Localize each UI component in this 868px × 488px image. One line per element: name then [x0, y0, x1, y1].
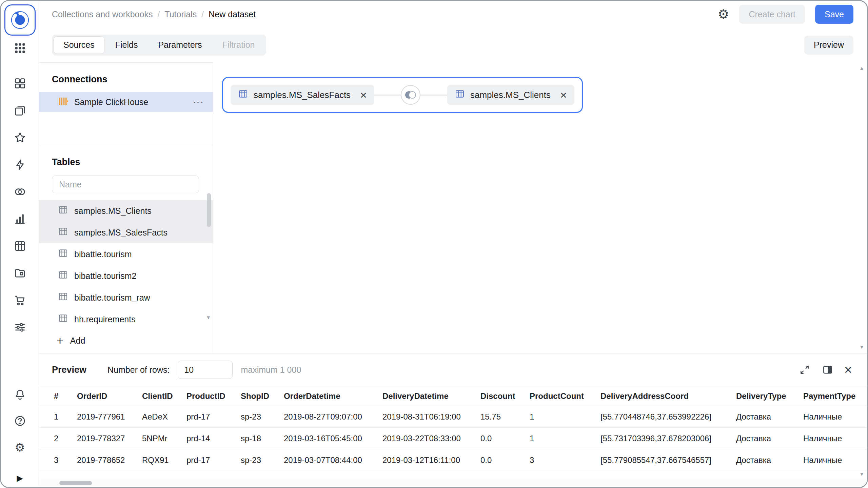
datalens-logo[interactable]	[4, 4, 36, 36]
content: Connections Sampl	[39, 62, 867, 353]
cart-icon[interactable]	[14, 294, 26, 307]
table-icon	[58, 270, 68, 282]
connections-title: Connections	[39, 63, 213, 92]
table-list-item[interactable]: samples.MS_Clients	[39, 200, 213, 222]
close-icon[interactable]: ×	[360, 90, 367, 100]
preview-toggle-button[interactable]: Preview	[804, 36, 853, 55]
table-list-item[interactable]: samples.MS_SalesFacts	[39, 222, 213, 243]
source-chip-right[interactable]: samples.MS_Clients ×	[447, 85, 574, 105]
preview-cell: 3	[530, 449, 600, 471]
star-icon[interactable]	[14, 131, 26, 144]
preview-cell: prd-17	[186, 449, 241, 471]
main-area: Collections and workbooks/Tutorials/New …	[39, 1, 867, 487]
dashboards-grid-icon[interactable]	[14, 77, 26, 90]
table-icon	[455, 89, 465, 101]
preview-cell: 3	[39, 449, 77, 471]
rows-label: Number of rows:	[107, 365, 170, 375]
source-chip-label: samples.MS_SalesFacts	[254, 90, 351, 100]
breadcrumb-separator: /	[157, 9, 160, 19]
table-list-item[interactable]: hh.requirements	[39, 308, 213, 330]
source-chip-label: samples.MS_Clients	[470, 90, 551, 100]
expand-icon[interactable]	[798, 363, 811, 376]
gear-icon[interactable]: ⚙	[14, 441, 26, 454]
table-icon	[58, 313, 68, 325]
bar-chart-icon[interactable]	[14, 212, 26, 225]
rows-input[interactable]	[178, 361, 233, 379]
connection-item[interactable]: Sample ClickHouse ···	[39, 92, 213, 112]
table-grid-icon[interactable]	[14, 240, 26, 252]
preview-cell: sp-18	[241, 428, 284, 449]
bell-icon[interactable]	[14, 388, 26, 401]
tab-parameters[interactable]: Parameters	[149, 36, 211, 54]
tables-scroll-down-icon[interactable]: ▼	[206, 314, 211, 320]
preview-cell: Доставка	[736, 428, 803, 449]
save-button[interactable]: Save	[815, 5, 853, 24]
preview-column-header: Discount	[480, 386, 530, 406]
preview-cell: Наличные	[803, 449, 867, 471]
preview-panel: Preview Number of rows: maximum 1 000 × …	[39, 353, 867, 487]
lightning-icon[interactable]	[14, 158, 26, 171]
help-icon[interactable]	[14, 414, 26, 427]
layers-icon[interactable]	[14, 104, 26, 117]
breadcrumb-separator: /	[201, 9, 204, 19]
horizontal-scrollbar-thumb[interactable]	[59, 481, 92, 485]
table-list-item[interactable]: bibattle.tourism2	[39, 265, 213, 287]
breadcrumb-item[interactable]: Collections and workbooks	[52, 9, 153, 19]
close-icon[interactable]: ×	[560, 90, 567, 100]
preview-cell: prd-14	[186, 428, 241, 449]
preview-scroll-down-icon[interactable]: ▼	[859, 471, 864, 477]
split-view-icon[interactable]	[821, 363, 834, 376]
sources-panel: Connections Sampl	[39, 62, 213, 353]
breadcrumb-item[interactable]: Tutorials	[164, 9, 197, 19]
topbar: Collections and workbooks/Tutorials/New …	[39, 1, 867, 27]
more-icon[interactable]: ···	[193, 99, 204, 105]
tab-filtration[interactable]: Filtration	[213, 36, 264, 54]
table-row-label: samples.MS_Clients	[74, 206, 152, 216]
preview-column-header: ProductID	[186, 386, 241, 406]
rings-icon[interactable]	[14, 185, 26, 198]
tables-title: Tables	[39, 146, 213, 176]
table-list-item[interactable]: bibattle.tourism	[39, 243, 213, 265]
join-group[interactable]: samples.MS_SalesFacts ×	[222, 77, 583, 113]
preview-cell: 2019-08-27T09:07:00	[284, 406, 382, 428]
apps-grid-icon[interactable]	[14, 42, 26, 55]
tables-search-input[interactable]	[52, 176, 199, 193]
preview-cell: 2019-778652	[77, 449, 142, 471]
preview-cell: 2019-03-12T16:11:00	[382, 449, 480, 471]
preview-cell: [55.770448746,37.653992226]	[600, 406, 736, 428]
tab-sources[interactable]: Sources	[54, 36, 104, 54]
preview-column-header: PaymentType	[803, 386, 867, 406]
tables-scrollbar-thumb[interactable]	[207, 193, 211, 227]
preview-cell: sp-23	[241, 449, 284, 471]
preview-cell: 2019-778327	[77, 428, 142, 449]
add-table-button[interactable]: + Add	[39, 331, 213, 350]
table-row-label: hh.requirements	[74, 314, 136, 324]
preview-column-header: DeliveryType	[736, 386, 803, 406]
preview-table-head-row: #OrderIDClientIDProductIDShopIDOrderDate…	[39, 386, 867, 406]
canvas-scroll-up-icon[interactable]: ▲	[859, 65, 864, 71]
tab-fields[interactable]: Fields	[106, 36, 147, 54]
table-icon	[58, 291, 68, 304]
sliders-icon[interactable]	[14, 321, 26, 334]
settings-gear-icon[interactable]: ⚙	[717, 8, 729, 21]
preview-cell: Наличные	[803, 428, 867, 449]
close-preview-icon[interactable]: ×	[844, 364, 852, 376]
canvas-scroll-down-icon[interactable]: ▼	[859, 344, 864, 350]
table-icon	[58, 248, 68, 260]
preview-table-row: 32019-778652RQX91prd-17sp-232019-03-07T0…	[39, 449, 867, 471]
folder-box-icon[interactable]	[14, 267, 26, 280]
preview-cell: prd-17	[186, 406, 241, 428]
preview-cell: 15.75	[480, 406, 530, 428]
preview-table: #OrderIDClientIDProductIDShopIDOrderDate…	[39, 386, 867, 487]
preview-cell: 2019-03-22T08:33:00	[382, 428, 480, 449]
preview-column-header: #	[39, 386, 77, 406]
table-row-label: bibattle.tourism2	[74, 271, 136, 281]
table-row-label: bibattle.tourism_raw	[74, 293, 150, 303]
expand-panel-icon[interactable]: ▶	[17, 473, 23, 483]
preview-column-header: DeliveryAddressCoord	[600, 386, 736, 406]
join-venn-icon[interactable]	[401, 85, 420, 105]
create-chart-button[interactable]: Create chart	[739, 5, 805, 24]
table-list-item[interactable]: bibattle.tourism_raw	[39, 287, 213, 308]
preview-title: Preview	[52, 365, 86, 375]
source-chip-left[interactable]: samples.MS_SalesFacts ×	[231, 85, 374, 105]
